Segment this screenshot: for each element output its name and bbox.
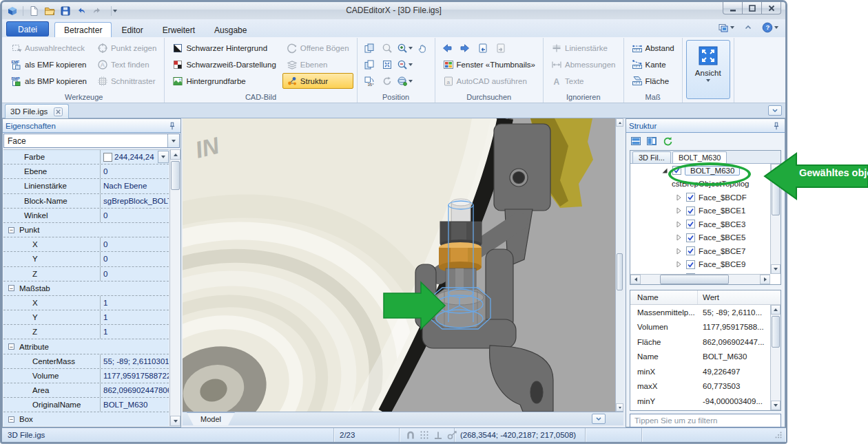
tab-erweitert[interactable]: Erweitert: [153, 22, 205, 37]
scroll-left-icon[interactable]: [630, 275, 641, 284]
details-row-volumen[interactable]: Volumen1177,95917588...: [630, 320, 781, 335]
checkbox-checked-icon[interactable]: [686, 233, 695, 242]
ribbon-item-linienst-rke[interactable]: Linienstärke: [547, 40, 620, 56]
property-row-farbe[interactable]: Farbe244,244,24: [3, 150, 169, 164]
collapse-group-icon[interactable]: −: [8, 227, 14, 233]
entity-type-selector[interactable]: Face: [3, 134, 180, 148]
close-tab-icon[interactable]: [52, 106, 63, 117]
tree-node-face-bce3[interactable]: Face_$BCE3: [630, 217, 770, 231]
page-back-button[interactable]: [475, 40, 491, 56]
scroll-down-icon[interactable]: [771, 264, 781, 274]
scroll-down-icon[interactable]: [616, 403, 623, 412]
property-value[interactable]: BOLT_M630: [100, 398, 169, 412]
close-button[interactable]: [761, 2, 781, 14]
property-row-x[interactable]: X0: [3, 237, 169, 252]
scroll-up-icon[interactable]: [170, 149, 180, 160]
structure-tab-3d-fil[interactable]: 3D Fil...: [632, 151, 671, 163]
minimize-button[interactable]: [723, 2, 743, 14]
property-row-block-name[interactable]: Block-NamesgBrepBlock_BOLT_: [3, 194, 169, 209]
copy-pages-button[interactable]: [361, 56, 378, 72]
title-bar[interactable]: CADEditorX - [3D File.igs]: [2, 2, 785, 19]
tree-collapsed-icon[interactable]: [674, 233, 683, 242]
property-value[interactable]: 1: [100, 325, 169, 339]
nav-right-button[interactable]: [457, 40, 473, 56]
property-row-ebene[interactable]: Ebene0: [3, 164, 169, 179]
combo-dropdown-icon[interactable]: [167, 134, 179, 147]
ribbon-item-text-finden[interactable]: AText finden: [93, 56, 161, 72]
tab-ausgabe[interactable]: Ausgabe: [205, 22, 256, 37]
checkbox-checked-icon[interactable]: [686, 193, 695, 202]
property-row-attribute[interactable]: −Attribute: [3, 339, 169, 354]
tree-collapsed-icon[interactable]: [674, 260, 683, 268]
resize-grip-icon[interactable]: [773, 429, 784, 440]
details-row-fl-che[interactable]: Fläche862,096902447...: [630, 334, 781, 350]
details-header-name[interactable]: Name: [630, 290, 698, 304]
scroll-down-icon[interactable]: [170, 416, 180, 426]
ribbon-item-als-bmp-kopieren[interactable]: BMPals BMP kopieren: [7, 73, 91, 89]
property-row-punkt[interactable]: −Punkt: [3, 223, 169, 237]
ribbon-item-schwarzwei-darstellung[interactable]: Schwarzweiß-Darstellung: [168, 56, 280, 72]
orbit-button[interactable]: [397, 73, 413, 89]
pin-icon[interactable]: [771, 120, 782, 131]
property-row-z[interactable]: Z1: [3, 325, 169, 339]
property-value[interactable]: 55; -89; 2,6110301: [100, 354, 169, 368]
zoom-in-button[interactable]: [397, 40, 413, 56]
ribbon-item-ebenen[interactable]: Ebenen: [282, 56, 353, 72]
ribbon-item-fl-che[interactable]: Fläche: [628, 73, 679, 89]
zoom-window-button[interactable]: [379, 40, 395, 56]
refresh-button[interactable]: [661, 135, 674, 148]
tree-node-face-bce7[interactable]: Face_$BCE7: [630, 244, 770, 258]
details-header-value[interactable]: Wert: [698, 293, 719, 301]
collapse-ribbon-button[interactable]: [741, 21, 755, 34]
color-dropdown-icon[interactable]: [158, 151, 169, 163]
tree-collapsed-icon[interactable]: [674, 247, 683, 255]
property-value[interactable]: 0: [100, 252, 169, 266]
collapse-viewport-button[interactable]: [592, 414, 606, 424]
details-row-massenmittelp[interactable]: Massenmittelp...55; -89; 2,6110...: [630, 305, 781, 320]
rotate-circle-button[interactable]: [379, 73, 395, 89]
scroll-up-icon[interactable]: [616, 118, 623, 127]
property-row-box[interactable]: −Box: [3, 412, 169, 426]
property-value[interactable]: 0: [100, 209, 169, 222]
window-switch-button[interactable]: [716, 21, 736, 34]
details-row-minx[interactable]: minX49,226497: [630, 364, 781, 379]
property-row-area[interactable]: Area862,096902447806: [3, 383, 169, 398]
property-value[interactable]: 0: [100, 267, 169, 281]
details-row-name[interactable]: NameBOLT_M630: [630, 350, 781, 365]
ribbon-item-abstand[interactable]: Abstand: [628, 40, 679, 56]
magnet-button[interactable]: [405, 429, 416, 440]
property-row-linienst-rke[interactable]: LinienstärkeNach Ebene: [3, 179, 169, 193]
scroll-thumb[interactable]: [171, 161, 180, 190]
property-row-y[interactable]: Y0: [3, 252, 169, 266]
ribbon-item-offene-b-gen[interactable]: Offene Bögen: [282, 40, 353, 56]
tab-datei[interactable]: Datei: [6, 21, 49, 36]
ribbon-item-struktur[interactable]: Struktur: [282, 73, 353, 89]
details-scrollbar[interactable]: [770, 305, 781, 410]
property-row-x[interactable]: X1: [3, 296, 169, 310]
scroll-down-icon[interactable]: [771, 401, 781, 410]
page-forward-button[interactable]: [493, 40, 509, 56]
collapse-group-icon[interactable]: −: [8, 343, 14, 350]
viewport-scrollbar[interactable]: [615, 118, 623, 412]
tree-node-face-bce1[interactable]: Face_$BCE1: [630, 204, 770, 218]
help-button[interactable]: ?: [761, 21, 780, 34]
checkbox-checked-icon[interactable]: [686, 260, 695, 269]
structure-tab-bolt-m630[interactable]: BOLT_M630: [672, 151, 727, 163]
model-tab[interactable]: Model: [187, 412, 235, 425]
property-row-originalname[interactable]: OriginalNameBOLT_M630: [3, 398, 169, 412]
tree-node-face-bcdf[interactable]: Face_$BCDF: [630, 191, 770, 204]
rotate-pages-button[interactable]: [361, 40, 378, 56]
filter-input[interactable]: [630, 414, 781, 427]
scroll-thumb[interactable]: [772, 316, 780, 348]
tree-collapsed-icon[interactable]: [674, 193, 683, 202]
viewport-3d-render[interactable]: IN: [183, 118, 615, 412]
nav-left-button[interactable]: [439, 40, 455, 56]
scroll-thumb[interactable]: [660, 275, 729, 284]
tree-node-face-bce9[interactable]: Face_$BCE9: [630, 258, 770, 272]
property-row-volume[interactable]: Volume1177,95917588722: [3, 369, 169, 383]
property-value[interactable]: 862,096902447806: [100, 383, 169, 397]
split-v-button[interactable]: [645, 135, 659, 148]
ribbon-item-kante[interactable]: Kante: [628, 56, 679, 72]
scroll-up-icon[interactable]: [771, 305, 781, 315]
property-value[interactable]: 1: [100, 310, 169, 324]
